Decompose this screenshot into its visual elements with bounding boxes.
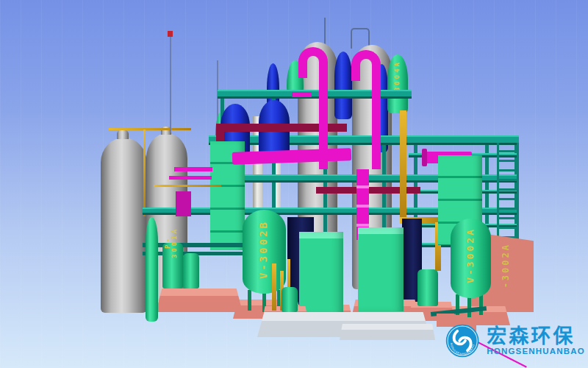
vessel-leg (479, 294, 483, 315)
vessel-v3002a: V-3002A (451, 219, 491, 298)
concrete-slab (340, 324, 435, 340)
logo-chinese-name: 宏森环保 (487, 326, 585, 347)
magenta-block (176, 191, 191, 216)
tank-nozzle (117, 130, 129, 139)
logo-text: 宏森环保 HONGSENHUANBAO (487, 326, 585, 355)
vent-line (170, 35, 171, 132)
vessel-leg (467, 297, 471, 317)
magenta-pipe (174, 167, 212, 171)
teal-pipe-low (143, 243, 253, 247)
vessel-leg (248, 290, 251, 311)
gold-pipe (154, 185, 221, 187)
green-tank-box-1 (299, 232, 343, 314)
magenta-riser-b (372, 68, 381, 169)
logo-latin-name: HONGSENHUANBAO (487, 347, 585, 355)
platform-main (209, 135, 519, 145)
green-cylinder-top-right: -3004A (387, 54, 408, 113)
equipment-label: P-3001A (165, 222, 178, 263)
blue-tower-2 (334, 52, 352, 119)
gold-pipe-vertical (143, 130, 146, 216)
pump-left-2 (183, 253, 199, 289)
foundation-pad (156, 289, 243, 312)
magenta-pipe-small (292, 92, 312, 97)
pump-middle (282, 287, 298, 312)
plant-3d-render: -3004A (0, 0, 588, 368)
vent-tip (168, 31, 173, 37)
green-tank-box-2 (358, 227, 404, 311)
access-ladder (497, 143, 519, 247)
pump-right (417, 269, 438, 306)
gold-pipe-tank-top (109, 128, 191, 130)
equipment-label: V-3002B (258, 220, 268, 279)
vent-pole (324, 18, 326, 44)
platform-upper (218, 90, 412, 99)
magenta-pipe (169, 176, 212, 180)
storage-tank-left-1 (101, 138, 147, 313)
equipment-label: -3002A (501, 243, 510, 288)
gold-riser (400, 110, 406, 222)
pipe-flange (422, 149, 427, 166)
gold-pump-pipe (272, 263, 276, 311)
logo-mark-icon: HONGSENHUANBAO (445, 319, 479, 362)
equipment-label: V-3002A (465, 227, 475, 283)
company-logo: HONGSENHUANBAO 宏森环保 HONGSENHUANBAO (445, 316, 585, 365)
thin-green-column (146, 217, 158, 322)
